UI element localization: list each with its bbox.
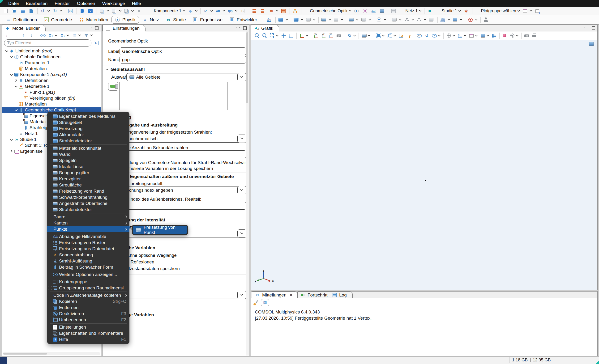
menu-werkzeuge[interactable]: Werkzeuge: [99, 0, 129, 7]
toolbar-button[interactable]: [111, 8, 123, 15]
context-menu-item[interactable]: Paare: [47, 214, 129, 220]
context-menu-item[interactable]: Kreuzgitter: [47, 176, 129, 182]
expander-icon[interactable]: [14, 86, 18, 87]
extra-dropdown[interactable]: [120, 291, 246, 299]
graphics-toolbar-button[interactable]: [499, 33, 500, 39]
expander-icon[interactable]: [14, 109, 18, 111]
chevron-down-icon[interactable]: [438, 34, 440, 36]
chevron-down-icon[interactable]: [452, 34, 455, 36]
model-builder-toolbar-button[interactable]: [83, 32, 94, 39]
ribbon-button[interactable]: [277, 16, 289, 23]
context-menu-item[interactable]: Streugebiet: [47, 120, 129, 126]
toolbar-button[interactable]: Geometrische Optik: [303, 8, 353, 15]
tree-item[interactable]: Definitionen: [2, 78, 101, 83]
filter-input[interactable]: [4, 39, 91, 46]
minimize-icon[interactable]: [88, 27, 91, 28]
chevron-down-icon[interactable]: [183, 9, 185, 12]
expander-icon[interactable]: [9, 139, 13, 140]
clear-messages-icon[interactable]: [253, 300, 259, 305]
context-menu-item[interactable]: Schwarzkörperstrahlung: [47, 194, 129, 200]
tree-item[interactable]: Untitled.mph (root): [2, 48, 101, 54]
toolbar-button[interactable]: [370, 8, 378, 15]
refractive-index-input[interactable]: [120, 202, 246, 210]
checkbox[interactable]: [48, 286, 52, 290]
graphics-toolbar-button[interactable]: [479, 32, 490, 39]
ribbon-button[interactable]: [389, 17, 389, 23]
chevron-down-icon[interactable]: [393, 34, 396, 36]
context-menu-item[interactable]: Deaktivieren F3: [47, 311, 129, 317]
graphics-toolbar-button[interactable]: [335, 32, 343, 39]
chevron-down-icon[interactable]: [47, 9, 50, 12]
chevron-down-icon[interactable]: [60, 9, 62, 12]
chevron-down-icon[interactable]: [305, 34, 308, 36]
model-builder-toolbar-button[interactable]: [20, 32, 27, 39]
toolbar-button[interactable]: [19, 8, 27, 15]
toolbar-button[interactable]: [202, 8, 214, 15]
ribbon-button[interactable]: [467, 16, 479, 23]
toolbar-button[interactable]: Netz 1: [398, 8, 423, 15]
chevron-down-icon[interactable]: [90, 33, 93, 36]
graphics-toolbar-button[interactable]: [359, 33, 359, 39]
context-menu-item[interactable]: [50, 213, 127, 213]
chevron-down-icon[interactable]: [222, 9, 225, 12]
context-menu-item[interactable]: Entfernen: [47, 304, 129, 311]
context-menu-item[interactable]: Freisetzung: [47, 126, 129, 132]
wavelength-dropdown[interactable]: Monochromatisch: [120, 135, 246, 143]
context-menu-item[interactable]: Angestrahlte Oberfläche: [47, 200, 129, 207]
toolbar-button[interactable]: [87, 8, 95, 15]
chevron-down-icon[interactable]: [301, 18, 303, 20]
ribbon-button[interactable]: [480, 17, 481, 23]
toolbar-button[interactable]: [27, 8, 36, 15]
graphics-toolbar-button[interactable]: [346, 32, 357, 39]
graphics-tab[interactable]: Grafik: [251, 25, 279, 31]
graphics-canvas[interactable]: z y x: [251, 40, 597, 290]
dropdown-button[interactable]: [237, 186, 246, 194]
chevron-down-icon[interactable]: [460, 18, 462, 20]
chevron-down-icon[interactable]: [518, 9, 520, 12]
toolbar-button[interactable]: [249, 8, 249, 14]
ribbon-button[interactable]: [346, 17, 346, 23]
ribbon-button[interactable]: [320, 16, 332, 23]
toolbar-button[interactable]: Komponente 1: [147, 8, 187, 15]
tree-item[interactable]: Vereinigung bilden (fin): [2, 95, 101, 101]
toolbar-button[interactable]: [77, 8, 77, 14]
toolbar-button[interactable]: [135, 8, 144, 15]
context-menu-item[interactable]: [50, 323, 127, 324]
minimize-icon[interactable]: [585, 27, 588, 28]
expander-icon[interactable]: [9, 150, 13, 152]
graphics-toolbar-button[interactable]: [328, 32, 335, 39]
context-menu-item[interactable]: Gruppierung nach Raumdimension: [47, 285, 129, 291]
expander-icon[interactable]: [9, 56, 13, 58]
graphics-toolbar-button[interactable]: [280, 32, 287, 39]
graphics-toolbar-button[interactable]: [287, 32, 295, 39]
graphics-toolbar-button[interactable]: [521, 33, 521, 39]
context-menu-item[interactable]: Eigenschaften des Mediums: [47, 113, 129, 120]
context-menu-item[interactable]: [50, 271, 127, 271]
chevron-down-icon[interactable]: [399, 18, 402, 20]
chevron-down-icon[interactable]: [530, 9, 532, 12]
dropdown-button[interactable]: [237, 135, 246, 143]
ribbon-button[interactable]: [403, 16, 415, 23]
model-builder-toolbar-button[interactable]: [47, 32, 59, 39]
expander-icon[interactable]: [4, 50, 9, 52]
close-icon[interactable]: ×: [290, 293, 292, 298]
model-builder-toolbar-button[interactable]: [59, 32, 70, 39]
chevron-down-icon[interactable]: [328, 18, 331, 20]
float-icon[interactable]: [95, 26, 98, 30]
dropdown-button[interactable]: [237, 73, 246, 81]
toolbar-button[interactable]: [10, 8, 19, 15]
selection-tool-icon[interactable]: [238, 99, 244, 105]
context-menu-item[interactable]: Wand: [47, 151, 129, 157]
menu-optionen[interactable]: Optionen: [73, 0, 99, 7]
chevron-down-icon[interactable]: [285, 18, 288, 20]
toolbar-button[interactable]: [200, 8, 201, 14]
toolbar-button[interactable]: [67, 8, 75, 15]
ribbon-button[interactable]: [439, 16, 451, 23]
graphics-toolbar-button[interactable]: [261, 32, 269, 39]
graphics-toolbar-button[interactable]: [431, 32, 442, 39]
auswahl-dropdown[interactable]: Alle Gebiete: [126, 73, 246, 81]
tree-item[interactable]: Materialien: [2, 101, 101, 107]
toolbar-button[interactable]: [267, 8, 280, 15]
chevron-down-icon[interactable]: [313, 18, 316, 20]
context-menu-item[interactable]: Kanten: [47, 220, 129, 226]
